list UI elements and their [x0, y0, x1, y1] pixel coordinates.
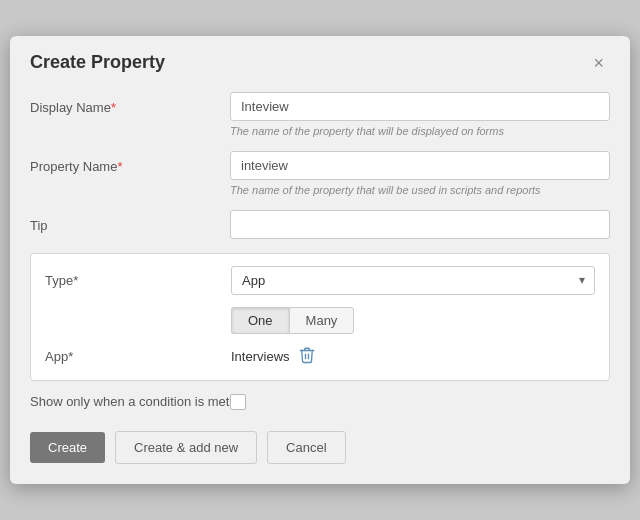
display-name-row: Display Name* The name of the property t… — [30, 92, 610, 147]
modal-header: Create Property × — [30, 52, 610, 74]
footer-buttons: Create Create & add new Cancel — [30, 431, 610, 464]
type-section: Type* App Text Number Date Boolean ▾ One… — [30, 253, 610, 381]
property-name-wrap: The name of the property that will be us… — [230, 151, 610, 206]
condition-row: Show only when a condition is met — [30, 393, 610, 411]
close-button[interactable]: × — [587, 52, 610, 74]
modal-title: Create Property — [30, 52, 165, 73]
many-button[interactable]: Many — [289, 307, 355, 334]
create-button[interactable]: Create — [30, 432, 105, 463]
condition-checkbox-wrap — [230, 394, 246, 410]
multiplicity-row: One Many — [45, 307, 595, 334]
property-name-row: Property Name* The name of the property … — [30, 151, 610, 206]
property-name-hint: The name of the property that will be us… — [230, 184, 610, 196]
display-name-wrap: The name of the property that will be di… — [230, 92, 610, 147]
condition-checkbox[interactable] — [230, 394, 246, 410]
app-label: App* — [45, 349, 231, 364]
type-select-wrap: App Text Number Date Boolean ▾ — [231, 266, 595, 295]
property-name-label: Property Name* — [30, 151, 230, 174]
display-name-input[interactable] — [230, 92, 610, 121]
app-name-text: Interviews — [231, 349, 290, 364]
condition-label: Show only when a condition is met — [30, 393, 230, 411]
type-select[interactable]: App Text Number Date Boolean — [231, 266, 595, 295]
display-name-hint: The name of the property that will be di… — [230, 125, 610, 137]
display-name-label: Display Name* — [30, 92, 230, 115]
type-label: Type* — [45, 273, 231, 288]
tip-label: Tip — [30, 210, 230, 233]
tip-row: Tip — [30, 210, 610, 239]
one-button[interactable]: One — [231, 307, 289, 334]
property-name-input[interactable] — [230, 151, 610, 180]
tip-input[interactable] — [230, 210, 610, 239]
type-row: Type* App Text Number Date Boolean ▾ — [45, 266, 595, 295]
app-value: Interviews — [231, 346, 316, 368]
app-row: App* Interviews — [45, 346, 595, 368]
tip-wrap — [230, 210, 610, 239]
create-property-modal: Create Property × Display Name* The name… — [10, 36, 630, 484]
cancel-button[interactable]: Cancel — [267, 431, 345, 464]
delete-icon[interactable] — [298, 346, 316, 368]
create-and-add-button[interactable]: Create & add new — [115, 431, 257, 464]
